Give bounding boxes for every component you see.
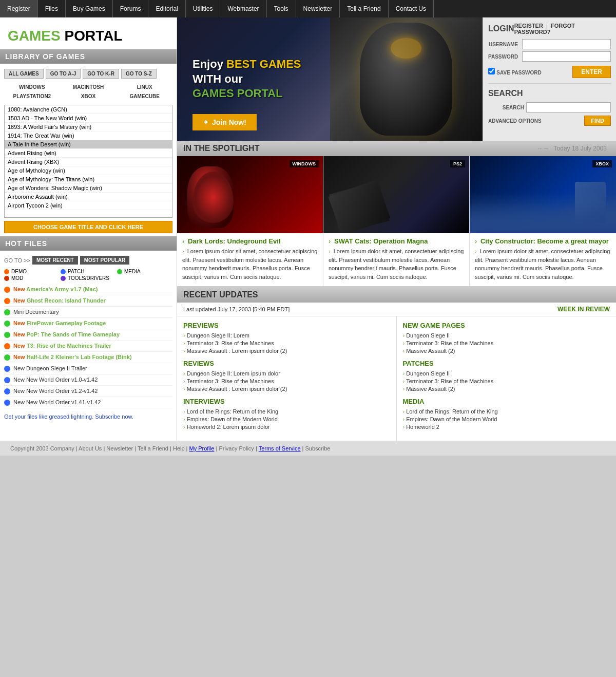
file-item[interactable]: New PoP: The Sands of Time Gameplay [4, 329, 172, 341]
file-link[interactable]: T3: Rise of the Machines Trailer [27, 343, 111, 349]
nav-contact-us[interactable]: Contact Us [389, 0, 434, 17]
nav-webmaster[interactable]: Webmaster [220, 0, 266, 17]
file-item[interactable]: New New World Order v1.2-v1.42 [4, 386, 172, 397]
platform-windows[interactable]: WINDOWS [4, 83, 60, 91]
bullet-icon: › [183, 386, 185, 392]
file-item[interactable]: New FirePower Gameplay Footage [4, 318, 172, 329]
bullet-icon: › [403, 370, 405, 377]
file-link[interactable]: FirePower Gameplay Footage [27, 320, 106, 326]
file-link[interactable]: Mini Documentary [13, 309, 59, 315]
file-link[interactable]: America's Army v1.7 (Mac) [26, 286, 98, 292]
nav-tell-a-friend[interactable]: Tell a Friend [340, 0, 388, 17]
nav-tools[interactable]: Tools [267, 0, 296, 17]
file-link[interactable]: New New World Order v1.41-v1.42 [13, 399, 101, 405]
game-list-item[interactable]: A Tale In the Desert (win) [5, 140, 172, 149]
platform-gamecube[interactable]: GAMECUBE [117, 92, 172, 101]
platform-ps2[interactable]: PLAYSTATION2 [4, 92, 60, 101]
updates-item[interactable]: ›Homeworld 2 [403, 424, 610, 430]
updates-item[interactable]: ›Empires: Dawn of the Modern World [183, 416, 390, 422]
updates-item[interactable]: ›Lord of the Rings: Return of the King [183, 408, 390, 415]
game-list-item[interactable]: 1080: Avalanche (GCN) [5, 105, 172, 114]
game-list-item[interactable]: Age of Mythology: The Titans (win) [5, 175, 172, 184]
file-item[interactable]: New New World Order v1.41-v1.42 [4, 397, 172, 408]
week-review-link[interactable]: WEEK IN REVIEW [557, 306, 610, 313]
file-item[interactable]: New Half-Life 2 Kleiner's Lab Footage (B… [4, 352, 172, 363]
file-item[interactable]: Mini Documentary [4, 307, 172, 318]
updates-item[interactable]: ›Dungeon Siege II: Lorem ipsum dolor [183, 370, 390, 377]
file-item[interactable]: New Dungeon Siege II Trailer [4, 363, 172, 374]
card-link-1[interactable]: SWAT Cats: Operation Magna [334, 237, 428, 245]
platform-xbox[interactable]: XBOX [61, 92, 117, 101]
btn-most-popular[interactable]: MOST POPULAR [80, 256, 130, 265]
file-link[interactable]: New Dungeon Siege II Trailer [13, 365, 87, 371]
username-input[interactable] [522, 39, 611, 49]
game-list-item[interactable]: 1914: The Great War (win) [5, 131, 172, 140]
updates-item[interactable]: ›Terminator 3: Rise of the Machines [183, 378, 390, 384]
file-item[interactable]: New New World Order v1.0-v1.42 [4, 374, 172, 386]
find-button[interactable]: FIND [584, 116, 611, 126]
game-list[interactable]: 1080: Avalanche (GCN)1503 AD - The New W… [4, 105, 172, 218]
game-list-item[interactable]: Age of Wonders: Shadow Magic (win) [5, 184, 172, 193]
updates-item[interactable]: ›Massive Assault : Lorem ipsum dolor (2) [183, 348, 390, 354]
btn-goto-aj[interactable]: GO TO A-J [46, 69, 81, 79]
register-link[interactable]: REGISTER [514, 23, 543, 29]
updates-item[interactable]: ›Dungeon Siege II: Lorem [183, 332, 390, 338]
nav-files[interactable]: Files [38, 0, 66, 17]
updates-item[interactable]: ›Massive Assault (2) [403, 386, 610, 392]
updates-item[interactable]: ›Massive Assault (2) [403, 348, 610, 354]
card-link-0[interactable]: Dark Lords: Undeground Evil [188, 237, 281, 245]
file-item[interactable]: New T3: Rise of the Machines Trailer [4, 341, 172, 352]
nav-register[interactable]: Register [0, 0, 38, 17]
game-list-item[interactable]: 1893: A World Fair's Mistery (win) [5, 123, 172, 131]
file-link[interactable]: New New World Order v1.0-v1.42 [13, 377, 98, 383]
file-link[interactable]: Ghost Recon: Island Thunder [27, 297, 106, 304]
updates-item[interactable]: ›Dungeon Siege II [403, 332, 610, 338]
category-item[interactable]: MOD [4, 275, 60, 281]
updates-item[interactable]: ›Terminator 3: Rise of the Machines [403, 378, 610, 384]
platform-linux[interactable]: LINUX [117, 83, 172, 91]
footer-terms[interactable]: Terms of Service [259, 445, 301, 452]
category-item[interactable]: MEDIA [117, 269, 172, 274]
enter-button[interactable]: ENTER [572, 66, 611, 78]
save-password-checkbox[interactable] [488, 68, 495, 74]
btn-goto-sz[interactable]: GO TO S-Z [121, 69, 157, 79]
btn-all-games[interactable]: ALL GAMES [4, 69, 44, 79]
nav-forums[interactable]: Forums [113, 0, 149, 17]
card-link-2[interactable]: City Constructor: Become a great mayor [480, 237, 609, 245]
file-item[interactable]: New America's Army v1.7 (Mac) [4, 284, 172, 295]
footer-my-profile[interactable]: My Profile [189, 445, 215, 452]
btn-goto-kr[interactable]: GO TO K-R [83, 69, 119, 79]
updates-item[interactable]: ›Dungeon Siege II [403, 370, 610, 377]
game-list-item[interactable]: Advent Rising (win) [5, 149, 172, 158]
category-item[interactable]: PATCH [61, 269, 116, 274]
category-item[interactable]: DEMO [4, 269, 60, 274]
nav-utilities[interactable]: Utilities [186, 0, 221, 17]
game-list-item[interactable]: Advent Rising (XBX) [5, 158, 172, 166]
file-link[interactable]: New New World Order v1.2-v1.42 [13, 388, 98, 394]
btn-most-recent[interactable]: MOST RECENT [32, 256, 78, 265]
choose-game-button[interactable]: CHOOSE GAME TITLE AND CLICK HERE [4, 221, 172, 233]
game-list-item[interactable]: Airbororne Assault (win) [5, 193, 172, 201]
nav-newsletter[interactable]: Newsletter [296, 0, 340, 17]
file-link[interactable]: PoP: The Sands of Time Gameplay [27, 331, 120, 337]
nav-editorial[interactable]: Editorial [148, 0, 185, 17]
updates-item[interactable]: ›Terminator 3: Rise of the Machines [403, 340, 610, 346]
file-item[interactable]: New Ghost Recon: Island Thunder [4, 295, 172, 307]
updates-item[interactable]: ›Massive Assault : Lorem ipsum dolor (2) [183, 386, 390, 392]
category-item[interactable]: TOOLS/DRIVERS [61, 275, 116, 281]
updates-item[interactable]: ›Empires: Dawn of the Modern World [403, 416, 610, 422]
game-list-item[interactable]: 1503 AD - The New World (win) [5, 114, 172, 123]
updates-item[interactable]: ›Lord of the Rings: Return of the King [403, 408, 610, 415]
platform-macintosh[interactable]: MACINTOSH [61, 83, 117, 91]
file-link[interactable]: Half-Life 2 Kleiner's Lab Footage (Bink) [27, 354, 132, 360]
game-list-item[interactable]: Airport Tycoon 2 (win) [5, 201, 172, 210]
nav-buy-games[interactable]: Buy Games [66, 0, 113, 17]
password-input[interactable] [522, 51, 611, 62]
save-password-label: SAVE PASSWORD [496, 70, 541, 76]
updates-item[interactable]: ›Homeworld 2: Lorem ipsum dolor [183, 424, 390, 430]
game-list-item[interactable]: Age of Mythology (win) [5, 166, 172, 175]
updates-item[interactable]: ›Terminator 3: Rise of the Machines [183, 340, 390, 346]
advanced-options-row: ADVANCED OPTIONS FIND [488, 116, 611, 126]
search-input[interactable] [526, 102, 611, 112]
join-now-button[interactable]: Join Now! [192, 114, 257, 130]
